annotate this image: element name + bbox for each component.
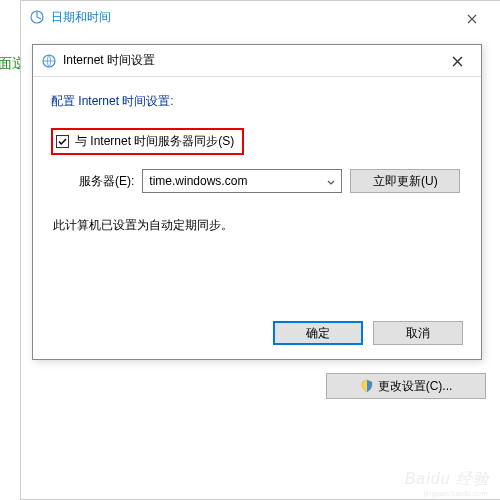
watermark-text: Baidu 经验 xyxy=(405,469,490,490)
dialog-button-row: 确定 取消 xyxy=(273,321,463,345)
shield-icon xyxy=(360,379,374,393)
watermark-sub-text: jingyan.baidu.com xyxy=(424,489,488,498)
close-icon xyxy=(467,14,477,24)
sync-status-text: 此计算机已设置为自动定期同步。 xyxy=(53,217,463,234)
parent-titlebar: 日期和时间 xyxy=(21,1,500,33)
change-settings-button[interactable]: 更改设置(C)... xyxy=(326,373,486,399)
server-label: 服务器(E): xyxy=(79,173,134,190)
ok-button[interactable]: 确定 xyxy=(273,321,363,345)
update-now-label: 立即更新(U) xyxy=(373,173,438,190)
server-dropdown[interactable]: time.windows.com xyxy=(142,169,342,193)
server-row: 服务器(E): time.windows.com 立即更新(U) xyxy=(79,169,463,193)
parent-close-button[interactable] xyxy=(452,9,492,29)
child-titlebar: Internet 时间设置 xyxy=(33,45,481,77)
ok-label: 确定 xyxy=(306,325,330,342)
cancel-label: 取消 xyxy=(406,325,430,342)
chevron-down-icon xyxy=(327,176,335,187)
change-settings-label: 更改设置(C)... xyxy=(378,378,453,395)
child-body: 配置 Internet 时间设置: 与 Internet 时间服务器同步(S) … xyxy=(33,77,481,250)
clock-globe-icon xyxy=(41,53,57,69)
sync-checkbox-label: 与 Internet 时间服务器同步(S) xyxy=(75,133,234,150)
child-window-title: Internet 时间设置 xyxy=(63,52,155,69)
child-close-button[interactable] xyxy=(437,49,477,73)
config-heading: 配置 Internet 时间设置: xyxy=(51,93,463,110)
internet-time-settings-dialog: Internet 时间设置 配置 Internet 时间设置: 与 Intern… xyxy=(32,44,482,360)
server-selected-value: time.windows.com xyxy=(149,174,247,188)
sync-checkbox-row[interactable]: 与 Internet 时间服务器同步(S) xyxy=(51,128,244,155)
clock-globe-icon xyxy=(29,9,45,25)
parent-window-title: 日期和时间 xyxy=(51,9,111,26)
checkmark-icon xyxy=(57,136,68,147)
cancel-button[interactable]: 取消 xyxy=(373,321,463,345)
sync-checkbox[interactable] xyxy=(56,135,69,148)
update-now-button[interactable]: 立即更新(U) xyxy=(350,169,460,193)
close-icon xyxy=(452,56,463,67)
